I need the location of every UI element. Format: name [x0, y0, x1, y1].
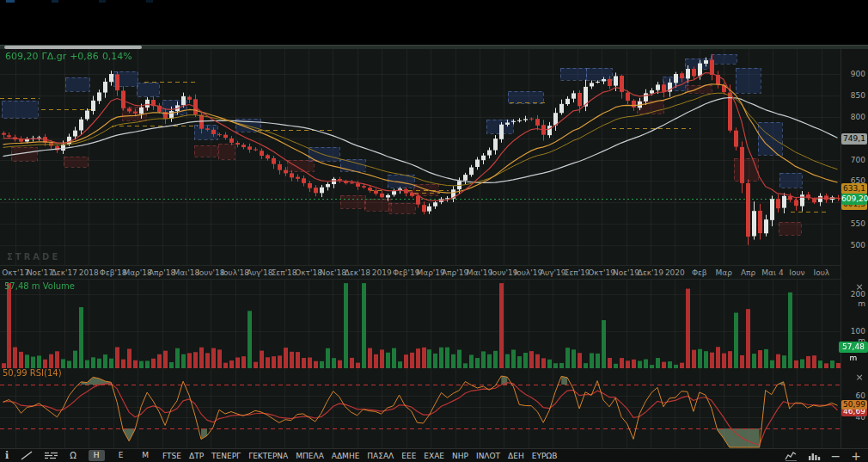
rsi-value: 50,99: [3, 368, 28, 378]
rsi-pane-canvas[interactable]: [0, 372, 840, 448]
ticker-tab-ΓΕΚΤΕΡΝΑ[interactable]: ΓΕΚΤΕΡΝΑ: [248, 452, 288, 460]
line-chart-icon[interactable]: [785, 451, 798, 461]
price-axis-label: 800: [841, 113, 865, 122]
browser-tab-remnant: [146, 0, 153, 3]
price-axis-column[interactable]: 900850800750700650550500200 m100 m6040: [840, 49, 868, 448]
ticker-tab-ΕΥΡΩΒ[interactable]: ΕΥΡΩΒ: [532, 452, 558, 460]
ticker-tab-ΑΔΜΗΕ[interactable]: ΑΔΜΗΕ: [332, 452, 360, 460]
ma-orange-value-badge: 633,1: [841, 183, 867, 194]
price-axis-label: 850: [841, 91, 865, 101]
rsi-indicator-label: 50,99 RSI(14): [3, 368, 62, 378]
price-change-percent: 0,14%: [102, 51, 132, 62]
ticker-tab-ΕΕΕ[interactable]: ΕΕΕ: [401, 452, 416, 460]
ticker-tab-ΔΤΡ[interactable]: ΔΤΡ: [189, 452, 204, 460]
volume-axis-label: 200 m: [841, 290, 865, 309]
ticker-tab-ΙΝΛΟΤ[interactable]: ΙΝΛΟΤ: [476, 452, 500, 460]
timeframe-button-Η[interactable]: Η: [89, 450, 105, 461]
date-axis[interactable]: Οκτ'17Νοε'17Δεκ'172018Φεβ'18Μαρ'18Απρ'18…: [0, 265, 840, 280]
volume-value: 57,48 m: [4, 281, 40, 291]
date-axis-label: Ιουλ: [803, 268, 840, 277]
indicators-icon[interactable]: [45, 452, 58, 459]
bottom-toolbar: i Ω ΗΕΜ FTSEΔΤΡΤΕΝΕΡΓΓΕΚΤΕΡΝΑΜΠΕΛΑΑΔΜΗΕΠ…: [0, 448, 868, 462]
browser-tab-remnant: [99, 0, 106, 3]
browser-tab-remnant: [52, 0, 58, 3]
last-price-badge: 609,20: [841, 194, 867, 205]
volume-pane-canvas[interactable]: [0, 280, 840, 372]
ticker-tab-ΝΗΡ[interactable]: ΝΗΡ: [452, 452, 468, 460]
browser-tab-remnant: [6, 0, 15, 3]
ticker-tab-ΕΧΑΕ[interactable]: ΕΧΑΕ: [424, 452, 444, 460]
rsi-name: RSI(14): [30, 368, 62, 378]
volume-name: Volume: [43, 281, 75, 291]
symbol-name: ΓΔ.gr: [42, 51, 67, 62]
timeframe-button-Μ[interactable]: Μ: [137, 450, 154, 461]
zoom-out-button[interactable]: −: [831, 450, 841, 462]
histogram-icon[interactable]: [808, 451, 821, 461]
price-axis-label: 700: [841, 156, 865, 165]
rsi-pane-close-icon[interactable]: ×: [853, 373, 865, 383]
platform-watermark: ΣTRADE: [7, 252, 60, 262]
last-price-text: 609,20: [5, 51, 39, 62]
rsi-axis-label: 60: [841, 391, 865, 401]
omega-icon[interactable]: Ω: [70, 451, 76, 460]
zoom-in-button[interactable]: +: [851, 450, 861, 462]
ticker-list: FTSEΔΤΡΤΕΝΕΡΓΓΕΚΤΕΡΝΑΜΠΕΛΑΑΔΜΗΕΠΑΣΑΛΕΕΕΕ…: [162, 452, 565, 460]
price-axis-label: 500: [841, 241, 865, 250]
info-icon[interactable]: i: [5, 450, 9, 461]
ticker-tab-ΤΕΝΕΡΓ[interactable]: ΤΕΝΕΡΓ: [211, 452, 241, 460]
window-top-black-bar: [0, 0, 868, 45]
rsi-value-badge: 50,99: [841, 400, 867, 410]
ticker-tab-ΔΕΗ[interactable]: ΔΕΗ: [508, 452, 524, 460]
price-axis-label: 900: [841, 70, 865, 79]
trendline-tool-icon[interactable]: [21, 451, 33, 460]
timeframe-group: ΗΕΜ: [89, 450, 162, 461]
price-change: +0,86: [70, 51, 99, 62]
symbol-quote-overlay: 609,20ΓΔ.gr+0,860,14%: [5, 51, 136, 62]
volume-pane-close-icon[interactable]: ×: [853, 282, 865, 293]
price-axis-label: 550: [841, 219, 865, 229]
trading-chart-app: 609,20ΓΔ.gr+0,860,14% ΣTRADE 57,48 m Vol…: [0, 0, 868, 462]
ticker-tab-ΜΠΕΛΑ[interactable]: ΜΠΕΛΑ: [296, 452, 324, 460]
toolbar-right-group: − +: [774, 449, 861, 462]
volume-indicator-label: 57,48 m Volume: [4, 281, 75, 291]
price-chart-canvas[interactable]: [0, 49, 840, 265]
ticker-tab-ΠΑΣΑΛ[interactable]: ΠΑΣΑΛ: [367, 452, 394, 460]
volume-value-badge: 57,48 m: [839, 342, 868, 353]
ma-white-value-badge: 749,1: [841, 133, 867, 145]
ticker-tab-FTSE[interactable]: FTSE: [162, 452, 181, 460]
timeframe-button-Ε[interactable]: Ε: [113, 450, 129, 461]
